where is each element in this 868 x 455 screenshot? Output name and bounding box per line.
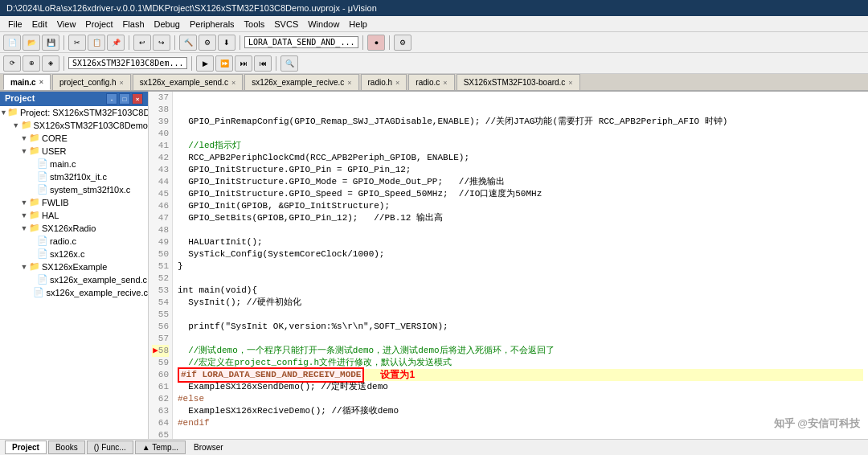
tab-close-sx126x-example-recive-c[interactable]: × [347,79,351,87]
tab-sx126x-example-send-c[interactable]: sx126x_example_send.c× [133,74,243,90]
t2-btn2[interactable]: ⊕ [23,55,40,72]
tab-close-radio-h[interactable]: × [395,79,399,87]
code-line-41: GPIO_InitStructure.GPIO_Pin = GPIO_Pin_1… [178,164,863,176]
open-btn[interactable]: 📂 [23,35,40,51]
tree-item-8[interactable]: ▼📁HAL [0,209,148,222]
toolbar2: ⟳ ⊕ ◈ SX126xSTM32F103C8Dem... ▶ ⏩ ⏭ ⏮ 🔍 [0,53,868,74]
new-btn[interactable]: 📄 [3,35,21,51]
line-number-42: 42 [152,152,169,164]
menubar-item-tools[interactable]: Tools [240,18,270,31]
menubar-item-svcs[interactable]: SVCS [269,18,303,31]
tree-item-5[interactable]: 📄stm32f10x_it.c [0,170,148,183]
tree-item-11[interactable]: 📄sx126x.c [0,248,148,260]
redo-btn[interactable]: ↪ [153,35,170,51]
line-number-60: 60 [152,369,169,381]
paste-btn[interactable]: 📌 [107,35,125,51]
tree-item-7[interactable]: ▼📁FWLIB [0,196,148,209]
folder-icon-9: 📁 [29,223,40,234]
settings-btn[interactable]: ⚙ [394,35,411,51]
menubar-item-help[interactable]: Help [344,18,372,31]
t2-btn8[interactable]: 🔍 [280,55,298,72]
tab-radio-c[interactable]: radio.c× [408,74,454,90]
save-btn[interactable]: 💾 [42,35,59,51]
bottom-tab-Books[interactable]: Books [48,441,85,454]
tab-project-config-h[interactable]: project_config.h× [52,74,131,90]
rebuild-btn[interactable]: ⚙ [199,35,216,51]
menubar-item-flash[interactable]: Flash [118,18,149,31]
sidebar-btn2[interactable]: □ [119,93,130,105]
copy-btn[interactable]: 📋 [88,35,105,51]
line-number-38: 38 [152,104,169,116]
bottom-tab-Project[interactable]: Project [5,441,47,454]
tab-sx126x-example-recive-c[interactable]: sx126x_example_recive.c× [244,74,358,90]
menubar-item-peripherals[interactable]: Peripherals [185,18,240,31]
code-line-58: #if LORA_DATA_SEND_AND_RECEIV_MODE设置为1 [178,369,863,381]
bottom-tab---Temp---[interactable]: ▲ Temp... [135,441,186,454]
build-btn[interactable]: 🔨 [179,35,197,51]
tab-close-sx126x-example-send-c[interactable]: × [231,79,235,87]
tree-arrow-12[interactable]: ▼ [19,263,29,271]
tree-item-12[interactable]: ▼📁SX126xExample [0,260,148,273]
tree-item-3[interactable]: ▼📁USER [0,145,148,158]
t2-btn1[interactable]: ⟳ [3,55,21,72]
folder-icon-2: 📁 [29,133,40,144]
load-btn[interactable]: ⬇ [218,35,235,51]
debug-btn[interactable]: ● [367,35,385,51]
line-number-47: 47 [152,212,169,224]
cut-btn[interactable]: ✂ [68,35,86,51]
line-number-63: 63 [152,405,169,417]
menubar-item-view[interactable]: View [52,18,81,31]
tree-item-14[interactable]: 📄sx126x_example_recive.c [0,286,148,299]
t2-btn6[interactable]: ⏭ [235,55,252,72]
tab-main-c[interactable]: main.c× [3,74,51,90]
line-number-46: 46 [152,200,169,212]
tree-arrow-9[interactable]: ▼ [19,224,29,232]
sidebar-btn1[interactable]: - [106,93,117,105]
code-line-42: GPIO_InitStructure.GPIO_Mode = GPIO_Mode… [178,176,863,188]
code-line-54: printf("SysInit OK,version:%s\r\n",SOFT_… [178,321,863,333]
tree-item-2[interactable]: ▼📁CORE [0,132,148,145]
tree-label-4: main.c [50,159,76,169]
folder-icon-7: 📁 [29,197,40,208]
tree-item-4[interactable]: 📄main.c [0,158,148,170]
t2-btn5[interactable]: ⏩ [215,55,233,72]
menubar-item-window[interactable]: Window [303,18,344,31]
code-line-53 [178,309,863,321]
tab-close-SX126xSTM32F103-board-c[interactable]: × [568,79,572,87]
t2-btn4[interactable]: ▶ [196,55,214,72]
tree-arrow-8[interactable]: ▼ [19,211,29,219]
bottom-tab----Func---[interactable]: () Func... [87,441,133,454]
tree-arrow-1[interactable]: ▼ [11,121,21,129]
file-icon-14: 📄 [33,287,44,298]
tree-item-10[interactable]: 📄radio.c [0,235,148,248]
menubar-item-debug[interactable]: Debug [149,18,185,31]
menubar-item-edit[interactable]: Edit [27,18,52,31]
undo-btn[interactable]: ↩ [133,35,151,51]
tab-SX126xSTM32F103-board-c[interactable]: SX126xSTM32F103-board.c× [457,74,580,90]
tree-item-1[interactable]: ▼📁SX126xSTM32F103C8Demo [0,119,148,132]
tabbar: main.c×project_config.h×sx126x_example_s… [0,74,868,92]
code-scroll[interactable]: 3738394041424344454647484950515253545556… [149,92,868,439]
title-text: D:\2024\LoRa\sx126xdriver-v.0.0.1\MDKPro… [6,3,377,13]
tab-close-radio-c[interactable]: × [443,79,447,87]
sidebar-btn3[interactable]: × [132,93,143,105]
menubar-item-project[interactable]: Project [80,18,117,31]
tab-close-main-c[interactable]: × [39,78,43,86]
code-line-49: } [178,260,863,273]
project-label: LORA_DATA_SEND_AND_... [244,36,358,48]
tree-item-13[interactable]: 📄sx126x_example_send.c [0,273,148,286]
tree-arrow-0[interactable]: ▼ [0,109,7,117]
toolbar1: 📄 📂 💾 ✂ 📋 📌 ↩ ↪ 🔨 ⚙ ⬇ LORA_DATA_SEND_AND… [0,32,868,53]
tree-item-0[interactable]: ▼📁Project: SX126xSTM32F103C8Demo [0,106,148,119]
tab-radio-h[interactable]: radio.h× [361,74,407,90]
menubar-item-file[interactable]: File [3,18,27,31]
tree-item-6[interactable]: 📄system_stm32f10x.c [0,183,148,196]
t2-btn7[interactable]: ⏮ [254,55,272,72]
tree-item-9[interactable]: ▼📁SX126xRadio [0,222,148,235]
tree-arrow-2[interactable]: ▼ [19,134,29,142]
code-line-51: int main(void){ [178,285,863,297]
tree-arrow-7[interactable]: ▼ [19,199,29,207]
t2-btn3[interactable]: ◈ [42,55,59,72]
tree-arrow-3[interactable]: ▼ [19,147,29,155]
tab-close-project-config-h[interactable]: × [120,79,124,87]
